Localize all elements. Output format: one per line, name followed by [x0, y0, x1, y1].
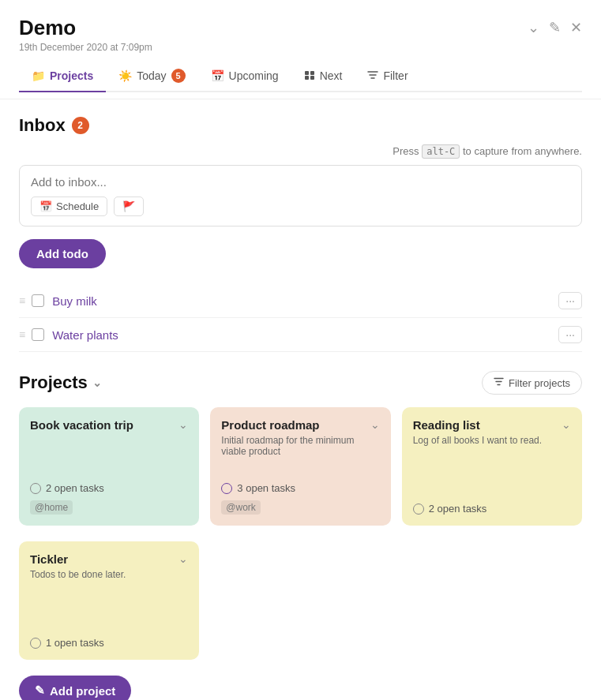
project-tag: @home — [30, 500, 73, 515]
app-header: Demo 19th December 2020 at 7:09pm ⌄ ✎ ✕ … — [0, 0, 601, 99]
chevron-down-icon[interactable]: ⌄ — [528, 19, 539, 36]
today-icon: ☀️ — [118, 69, 132, 82]
card-chevron-icon[interactable]: ⌄ — [370, 418, 380, 431]
project-card-title: Product roadmap — [221, 418, 363, 432]
project-card-title: Tickler — [30, 552, 119, 566]
project-card-footer: 1 open tasks — [30, 637, 188, 649]
filter-projects-button[interactable]: Filter projects — [482, 371, 582, 395]
svg-rect-0 — [305, 71, 309, 75]
calendar-icon: 📅 — [39, 200, 52, 212]
close-icon[interactable]: ✕ — [570, 19, 582, 36]
filter-icon — [494, 376, 504, 389]
nav-tabs: 📁 Projects ☀️ Today 5 📅 Upcoming Next — [19, 62, 582, 92]
open-tasks: 2 open tasks — [413, 503, 571, 515]
tab-upcoming[interactable]: 📅 Upcoming — [198, 62, 291, 92]
flag-button[interactable]: 🚩 — [114, 197, 144, 216]
project-card-title: Reading list — [413, 418, 535, 432]
project-card-tickler: Tickler Todos to be done later. ⌄ 1 open… — [19, 541, 199, 660]
todo-label: Water plants — [52, 328, 558, 342]
svg-rect-3 — [310, 76, 314, 80]
projects-icon: 📁 — [32, 69, 45, 82]
projects-chevron-icon: ⌄ — [92, 376, 102, 389]
projects-grid: Book vacation trip ⌄ 2 open tasks @home … — [19, 407, 582, 526]
open-tasks: 2 open tasks — [30, 482, 188, 494]
add-inbox-input[interactable] — [31, 175, 570, 189]
add-project-button[interactable]: ✎ Add project — [19, 676, 131, 700]
project-card-footer: 2 open tasks @home — [30, 482, 188, 515]
add-inbox-box: 📅 Schedule 🚩 — [19, 165, 582, 226]
project-card-desc: Todos to be done later. — [30, 569, 126, 580]
project-card-header: Book vacation trip ⌄ — [30, 418, 188, 432]
todo-item: ≡ Water plants ··· — [19, 318, 582, 352]
next-icon — [304, 69, 315, 83]
card-chevron-icon[interactable]: ⌄ — [178, 552, 188, 565]
add-todo-button[interactable]: Add todo — [19, 239, 106, 268]
tab-filter[interactable]: Filter — [355, 62, 420, 92]
schedule-button[interactable]: 📅 Schedule — [31, 197, 107, 216]
project-card-product-roadmap: Product roadmap Initial roadmap for the … — [210, 407, 390, 526]
svg-rect-2 — [305, 76, 309, 80]
projects-title[interactable]: Projects ⌄ — [19, 372, 102, 393]
app-subtitle: 19th December 2020 at 7:09pm — [19, 42, 152, 53]
task-circle-icon — [221, 483, 232, 494]
capture-shortcut: alt-C — [422, 144, 460, 159]
inbox-section-title: Inbox 2 — [19, 115, 582, 136]
project-card-reading-list: Reading list Log of all books I want to … — [402, 407, 582, 526]
card-chevron-icon[interactable]: ⌄ — [562, 418, 571, 431]
card-chevron-icon[interactable]: ⌄ — [178, 418, 188, 431]
project-card-footer: 2 open tasks — [413, 503, 571, 515]
flag-icon: 🚩 — [122, 200, 135, 212]
inbox-action-buttons: 📅 Schedule 🚩 — [31, 197, 570, 216]
project-tag: @work — [221, 500, 261, 515]
project-card-book-vacation: Book vacation trip ⌄ 2 open tasks @home — [19, 407, 199, 526]
tab-next[interactable]: Next — [291, 62, 355, 92]
task-circle-icon — [30, 483, 41, 494]
todo-checkbox[interactable] — [32, 328, 44, 341]
todo-more-button[interactable]: ··· — [558, 326, 582, 343]
pencil-icon: ✎ — [35, 683, 45, 698]
project-card-header: Product roadmap Initial roadmap for the … — [221, 418, 379, 457]
projects-bottom-row: Tickler Todos to be done later. ⌄ 1 open… — [19, 541, 582, 660]
project-card-desc: Log of all books I want to read. — [413, 435, 542, 446]
drag-handle-icon: ≡ — [19, 294, 25, 307]
task-circle-icon — [413, 503, 424, 515]
project-card-header: Reading list Log of all books I want to … — [413, 418, 571, 446]
todo-checkbox[interactable] — [32, 294, 44, 307]
tab-projects[interactable]: 📁 Projects — [19, 62, 106, 92]
inbox-badge: 2 — [72, 117, 89, 134]
edit-icon[interactable]: ✎ — [549, 19, 561, 36]
project-card-desc: Initial roadmap for the minimum viable p… — [221, 435, 370, 457]
todo-label: Buy milk — [52, 294, 558, 308]
project-card-header: Tickler Todos to be done later. ⌄ — [30, 552, 188, 580]
project-card-title: Book vacation trip — [30, 418, 133, 432]
capture-hint: Press alt-C to capture from anywhere. — [19, 145, 582, 157]
todo-list: ≡ Buy milk ··· ≡ Water plants ··· — [19, 284, 582, 352]
task-circle-icon — [30, 638, 41, 649]
header-actions: ⌄ ✎ ✕ — [528, 19, 582, 36]
todo-more-button[interactable]: ··· — [558, 292, 582, 309]
svg-rect-1 — [310, 71, 314, 75]
filter-icon — [367, 69, 378, 83]
tab-today[interactable]: ☀️ Today 5 — [106, 62, 197, 92]
today-badge: 5 — [171, 69, 186, 83]
open-tasks: 1 open tasks — [30, 637, 188, 649]
upcoming-icon: 📅 — [211, 69, 224, 82]
todo-item: ≡ Buy milk ··· — [19, 284, 582, 318]
open-tasks: 3 open tasks — [221, 482, 379, 494]
app-title: Demo — [19, 16, 152, 40]
project-card-footer: 3 open tasks @work — [221, 482, 379, 515]
drag-handle-icon: ≡ — [19, 328, 25, 341]
projects-header: Projects ⌄ Filter projects — [19, 371, 582, 395]
main-content: Inbox 2 Press alt-C to capture from anyw… — [0, 99, 601, 700]
